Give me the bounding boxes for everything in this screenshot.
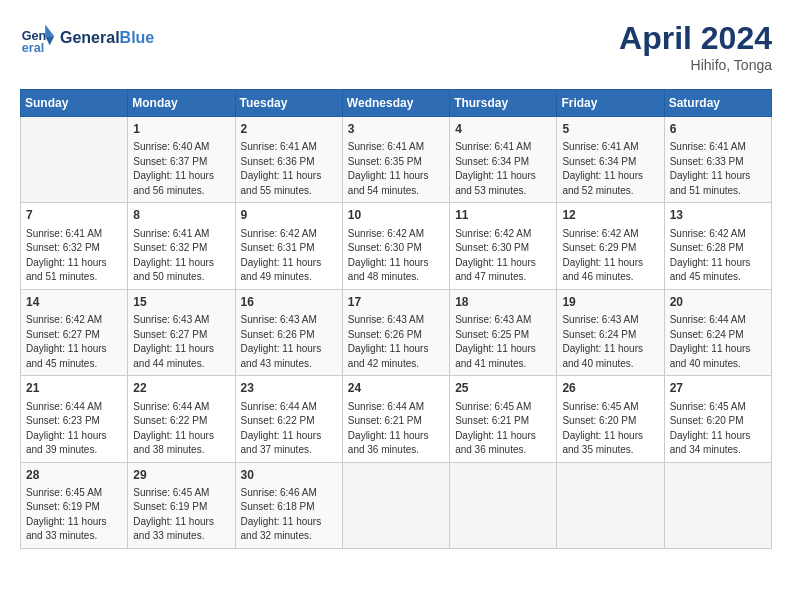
cell-info: Sunrise: 6:41 AM Sunset: 6:34 PM Dayligh… (455, 140, 551, 198)
cell-info: Sunrise: 6:42 AM Sunset: 6:30 PM Dayligh… (455, 227, 551, 285)
day-number: 4 (455, 121, 551, 138)
calendar-week-row: 14Sunrise: 6:42 AM Sunset: 6:27 PM Dayli… (21, 289, 772, 375)
cell-info: Sunrise: 6:41 AM Sunset: 6:33 PM Dayligh… (670, 140, 766, 198)
calendar-cell (342, 462, 449, 548)
calendar-cell: 21Sunrise: 6:44 AM Sunset: 6:23 PM Dayli… (21, 376, 128, 462)
calendar-body: 1Sunrise: 6:40 AM Sunset: 6:37 PM Daylig… (21, 117, 772, 549)
day-number: 6 (670, 121, 766, 138)
calendar-cell: 18Sunrise: 6:43 AM Sunset: 6:25 PM Dayli… (450, 289, 557, 375)
calendar-cell: 1Sunrise: 6:40 AM Sunset: 6:37 PM Daylig… (128, 117, 235, 203)
cell-info: Sunrise: 6:44 AM Sunset: 6:24 PM Dayligh… (670, 313, 766, 371)
calendar-cell: 29Sunrise: 6:45 AM Sunset: 6:19 PM Dayli… (128, 462, 235, 548)
day-header: Wednesday (342, 90, 449, 117)
svg-marker-3 (45, 36, 54, 45)
day-number: 22 (133, 380, 229, 397)
cell-info: Sunrise: 6:45 AM Sunset: 6:20 PM Dayligh… (562, 400, 658, 458)
cell-info: Sunrise: 6:41 AM Sunset: 6:35 PM Dayligh… (348, 140, 444, 198)
day-header: Tuesday (235, 90, 342, 117)
day-number: 2 (241, 121, 337, 138)
cell-info: Sunrise: 6:42 AM Sunset: 6:28 PM Dayligh… (670, 227, 766, 285)
calendar-cell: 2Sunrise: 6:41 AM Sunset: 6:36 PM Daylig… (235, 117, 342, 203)
day-number: 18 (455, 294, 551, 311)
day-number: 13 (670, 207, 766, 224)
day-number: 27 (670, 380, 766, 397)
cell-info: Sunrise: 6:42 AM Sunset: 6:27 PM Dayligh… (26, 313, 122, 371)
cell-info: Sunrise: 6:42 AM Sunset: 6:31 PM Dayligh… (241, 227, 337, 285)
day-number: 30 (241, 467, 337, 484)
cell-info: Sunrise: 6:45 AM Sunset: 6:21 PM Dayligh… (455, 400, 551, 458)
cell-info: Sunrise: 6:44 AM Sunset: 6:23 PM Dayligh… (26, 400, 122, 458)
calendar-cell: 4Sunrise: 6:41 AM Sunset: 6:34 PM Daylig… (450, 117, 557, 203)
calendar-cell (557, 462, 664, 548)
calendar-cell: 10Sunrise: 6:42 AM Sunset: 6:30 PM Dayli… (342, 203, 449, 289)
day-number: 28 (26, 467, 122, 484)
calendar-cell: 28Sunrise: 6:45 AM Sunset: 6:19 PM Dayli… (21, 462, 128, 548)
cell-info: Sunrise: 6:44 AM Sunset: 6:21 PM Dayligh… (348, 400, 444, 458)
day-header: Friday (557, 90, 664, 117)
cell-info: Sunrise: 6:44 AM Sunset: 6:22 PM Dayligh… (133, 400, 229, 458)
day-number: 12 (562, 207, 658, 224)
day-number: 21 (26, 380, 122, 397)
cell-info: Sunrise: 6:43 AM Sunset: 6:26 PM Dayligh… (241, 313, 337, 371)
svg-text:eral: eral (22, 41, 44, 55)
calendar-cell: 15Sunrise: 6:43 AM Sunset: 6:27 PM Dayli… (128, 289, 235, 375)
calendar-table: SundayMondayTuesdayWednesdayThursdayFrid… (20, 89, 772, 549)
calendar-cell: 30Sunrise: 6:46 AM Sunset: 6:18 PM Dayli… (235, 462, 342, 548)
cell-info: Sunrise: 6:46 AM Sunset: 6:18 PM Dayligh… (241, 486, 337, 544)
cell-info: Sunrise: 6:45 AM Sunset: 6:19 PM Dayligh… (26, 486, 122, 544)
day-header: Thursday (450, 90, 557, 117)
cell-info: Sunrise: 6:41 AM Sunset: 6:36 PM Dayligh… (241, 140, 337, 198)
calendar-cell: 26Sunrise: 6:45 AM Sunset: 6:20 PM Dayli… (557, 376, 664, 462)
cell-info: Sunrise: 6:41 AM Sunset: 6:32 PM Dayligh… (133, 227, 229, 285)
calendar-cell: 7Sunrise: 6:41 AM Sunset: 6:32 PM Daylig… (21, 203, 128, 289)
calendar-cell: 19Sunrise: 6:43 AM Sunset: 6:24 PM Dayli… (557, 289, 664, 375)
calendar-cell: 12Sunrise: 6:42 AM Sunset: 6:29 PM Dayli… (557, 203, 664, 289)
day-number: 7 (26, 207, 122, 224)
calendar-cell (450, 462, 557, 548)
calendar-cell: 11Sunrise: 6:42 AM Sunset: 6:30 PM Dayli… (450, 203, 557, 289)
calendar-header-row: SundayMondayTuesdayWednesdayThursdayFrid… (21, 90, 772, 117)
calendar-cell: 22Sunrise: 6:44 AM Sunset: 6:22 PM Dayli… (128, 376, 235, 462)
calendar-cell (664, 462, 771, 548)
day-number: 24 (348, 380, 444, 397)
day-header: Monday (128, 90, 235, 117)
location: Hihifo, Tonga (619, 57, 772, 73)
calendar-cell (21, 117, 128, 203)
cell-info: Sunrise: 6:45 AM Sunset: 6:20 PM Dayligh… (670, 400, 766, 458)
day-number: 1 (133, 121, 229, 138)
cell-info: Sunrise: 6:41 AM Sunset: 6:32 PM Dayligh… (26, 227, 122, 285)
cell-info: Sunrise: 6:44 AM Sunset: 6:22 PM Dayligh… (241, 400, 337, 458)
calendar-week-row: 7Sunrise: 6:41 AM Sunset: 6:32 PM Daylig… (21, 203, 772, 289)
logo-icon: Gen eral (20, 20, 56, 56)
day-number: 15 (133, 294, 229, 311)
calendar-cell: 16Sunrise: 6:43 AM Sunset: 6:26 PM Dayli… (235, 289, 342, 375)
day-header: Sunday (21, 90, 128, 117)
day-number: 16 (241, 294, 337, 311)
cell-info: Sunrise: 6:43 AM Sunset: 6:27 PM Dayligh… (133, 313, 229, 371)
cell-info: Sunrise: 6:43 AM Sunset: 6:24 PM Dayligh… (562, 313, 658, 371)
day-number: 26 (562, 380, 658, 397)
calendar-cell: 13Sunrise: 6:42 AM Sunset: 6:28 PM Dayli… (664, 203, 771, 289)
logo-name: GeneralBlue (60, 29, 154, 47)
cell-info: Sunrise: 6:41 AM Sunset: 6:34 PM Dayligh… (562, 140, 658, 198)
calendar-cell: 27Sunrise: 6:45 AM Sunset: 6:20 PM Dayli… (664, 376, 771, 462)
svg-marker-2 (45, 25, 54, 37)
cell-info: Sunrise: 6:45 AM Sunset: 6:19 PM Dayligh… (133, 486, 229, 544)
day-number: 5 (562, 121, 658, 138)
calendar-cell: 3Sunrise: 6:41 AM Sunset: 6:35 PM Daylig… (342, 117, 449, 203)
calendar-cell: 17Sunrise: 6:43 AM Sunset: 6:26 PM Dayli… (342, 289, 449, 375)
page-header: Gen eral GeneralBlue April 2024 Hihifo, … (20, 20, 772, 73)
logo: Gen eral GeneralBlue (20, 20, 154, 56)
cell-info: Sunrise: 6:42 AM Sunset: 6:29 PM Dayligh… (562, 227, 658, 285)
calendar-cell: 6Sunrise: 6:41 AM Sunset: 6:33 PM Daylig… (664, 117, 771, 203)
day-header: Saturday (664, 90, 771, 117)
calendar-cell: 24Sunrise: 6:44 AM Sunset: 6:21 PM Dayli… (342, 376, 449, 462)
day-number: 9 (241, 207, 337, 224)
day-number: 29 (133, 467, 229, 484)
day-number: 19 (562, 294, 658, 311)
day-number: 8 (133, 207, 229, 224)
day-number: 20 (670, 294, 766, 311)
month-title: April 2024 (619, 20, 772, 57)
cell-info: Sunrise: 6:40 AM Sunset: 6:37 PM Dayligh… (133, 140, 229, 198)
calendar-cell: 8Sunrise: 6:41 AM Sunset: 6:32 PM Daylig… (128, 203, 235, 289)
